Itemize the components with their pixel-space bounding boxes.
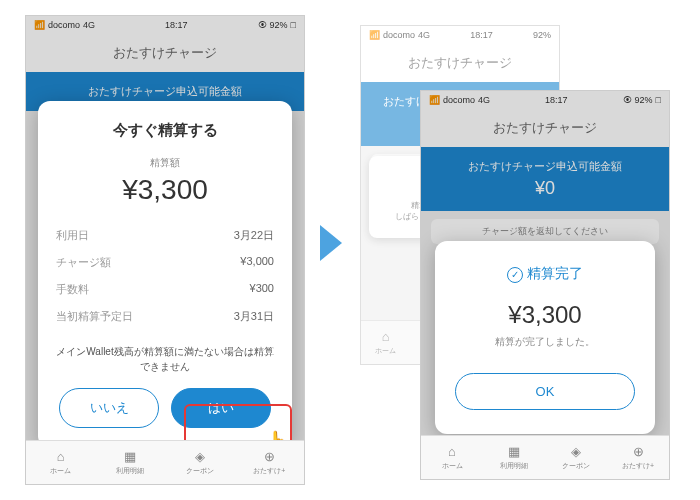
nav-otasuke[interactable]: ⊕おたすけ+	[607, 436, 669, 479]
settlement-amount: ¥3,300	[56, 174, 274, 206]
detail-row: チャージ額¥3,000	[56, 249, 274, 276]
nav-coupon[interactable]: ◈クーポン	[545, 436, 607, 479]
amount-label: 精算額	[56, 156, 274, 170]
completion-message: 精算が完了しました。	[455, 335, 635, 349]
ok-button[interactable]: OK	[455, 373, 635, 410]
yes-button[interactable]: はい	[171, 388, 271, 428]
history-icon: ▦	[124, 449, 136, 464]
completion-amount: ¥3,300	[455, 301, 635, 329]
no-button[interactable]: いいえ	[59, 388, 159, 428]
bottom-nav: ⌂ホーム ▦利用明細 ◈クーポン ⊕おたすけ+	[421, 435, 669, 479]
arrow-icon	[320, 225, 342, 261]
bottom-nav: ⌂ホーム ▦利用明細 ◈クーポン ⊕おたすけ+	[26, 440, 304, 484]
nav-history[interactable]: ▦利用明細	[483, 436, 545, 479]
nav-home[interactable]: ⌂ホーム	[26, 441, 96, 484]
nav-home[interactable]: ⌂ホーム	[361, 321, 411, 364]
nav-history[interactable]: ▦利用明細	[96, 441, 166, 484]
plus-icon: ⊕	[264, 449, 275, 464]
phone-screen-3: 📶docomo4G 18:17 ⦿92%□ おたすけチャージ おたすけチャージ申…	[420, 90, 670, 480]
history-icon: ▦	[508, 444, 520, 459]
plus-icon: ⊕	[633, 444, 644, 459]
warning-note: メインWallet残高が精算額に満たない場合は精算できません	[56, 344, 274, 374]
home-icon: ⌂	[57, 449, 65, 464]
page-title: おたすけチャージ	[361, 44, 559, 82]
detail-row: 利用日3月22日	[56, 222, 274, 249]
status-bar: 📶docomo4G 18:17 92%	[361, 26, 559, 44]
home-icon: ⌂	[448, 444, 456, 459]
detail-row: 当初精算予定日3月31日	[56, 303, 274, 330]
coupon-icon: ◈	[571, 444, 581, 459]
completion-title: 精算完了	[455, 265, 635, 283]
nav-otasuke[interactable]: ⊕おたすけ+	[235, 441, 305, 484]
nav-home[interactable]: ⌂ホーム	[421, 436, 483, 479]
nav-coupon[interactable]: ◈クーポン	[165, 441, 235, 484]
detail-row: 手数料¥300	[56, 276, 274, 303]
completion-modal: 精算完了 ¥3,300 精算が完了しました。 OK	[435, 241, 655, 434]
settlement-modal: 今すぐ精算する 精算額 ¥3,300 利用日3月22日 チャージ額¥3,000 …	[38, 101, 292, 448]
coupon-icon: ◈	[195, 449, 205, 464]
modal-title: 今すぐ精算する	[56, 121, 274, 140]
phone-screen-1: 📶docomo4G 18:17 ⦿92%□ おたすけチャージ おたすけチャージ申…	[25, 15, 305, 485]
